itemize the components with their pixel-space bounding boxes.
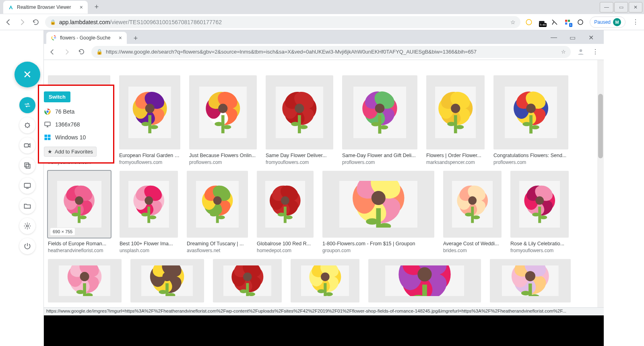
extension-icon-1[interactable]: [525, 19, 533, 26]
settings-button[interactable]: [19, 218, 35, 234]
image-result-card[interactable]: Dreaming Of Tuscany | ...avasflowers.net: [187, 171, 248, 253]
svg-point-209: [239, 290, 247, 294]
svg-rect-17: [45, 122, 50, 126]
image-result-card[interactable]: [291, 259, 359, 302]
image-result-card[interactable]: Flowers | Order Flower...marksandspencer…: [426, 75, 485, 165]
outer-tab[interactable]: Realtime Browser Viewer ×: [3, 1, 88, 14]
svg-point-100: [531, 125, 539, 129]
image-result-card[interactable]: Average Cost of Weddi...brides.com: [443, 171, 502, 253]
extension-icon-3[interactable]: [551, 19, 558, 26]
image-result-domain: fromyouflowers.com: [510, 248, 569, 253]
inner-maximize-button[interactable]: ▭: [564, 32, 581, 43]
power-button[interactable]: [19, 238, 35, 254]
svg-point-23: [580, 49, 582, 52]
window-close-button[interactable]: ✕: [629, 2, 642, 12]
project-button[interactable]: [19, 198, 35, 214]
image-thumbnail[interactable]: [510, 171, 569, 238]
image-result-card[interactable]: Best 100+ Flower Ima...unsplash.com: [120, 171, 178, 253]
forward-button[interactable]: [18, 18, 27, 27]
gallery-button[interactable]: [19, 157, 35, 174]
image-result-card[interactable]: 690 × 755Fields of Europe Roman...heathe…: [48, 171, 111, 253]
end-session-button[interactable]: ✕: [14, 62, 40, 87]
image-result-domain: brides.com: [443, 248, 502, 253]
svg-point-78: [380, 125, 388, 129]
devtools-console[interactable]: [44, 315, 604, 346]
svg-rect-10: [26, 164, 30, 168]
svg-point-42: [145, 104, 154, 113]
image-thumbnail[interactable]: 690 × 755: [48, 171, 111, 238]
image-thumbnail[interactable]: [490, 259, 571, 302]
image-thumbnail[interactable]: [130, 259, 204, 302]
inner-close-button[interactable]: ✕: [582, 32, 600, 43]
scrollbar-thumb[interactable]: [598, 94, 603, 158]
image-result-card[interactable]: [368, 259, 481, 302]
back-button[interactable]: [4, 18, 13, 27]
mark-bug-button[interactable]: [19, 117, 35, 133]
inner-kebab-menu[interactable]: ⋮: [591, 48, 600, 56]
inner-profile-icon[interactable]: [576, 48, 585, 56]
image-result-card[interactable]: [48, 259, 122, 302]
image-thumbnail[interactable]: [213, 259, 282, 302]
image-result-card[interactable]: [213, 259, 282, 302]
image-thumbnail[interactable]: [187, 171, 248, 238]
image-result-card[interactable]: Just Because Flowers Onlin...proflowers.…: [189, 75, 257, 165]
image-thumbnail[interactable]: [120, 171, 178, 238]
image-thumbnail[interactable]: [48, 259, 122, 302]
profile-paused-pill[interactable]: Paused M: [590, 17, 625, 28]
inner-reload-button[interactable]: [77, 48, 86, 56]
record-button[interactable]: [19, 137, 35, 153]
image-result-card[interactable]: [490, 259, 571, 302]
inner-new-tab-button[interactable]: +: [130, 33, 141, 44]
image-result-card[interactable]: 1-800-Flowers.com - From $15 | Groupongr…: [322, 171, 434, 253]
resolution-button[interactable]: [19, 178, 35, 194]
image-result-card[interactable]: Congratulations Flowers: Send...proflowe…: [493, 75, 568, 165]
star-icon[interactable]: ☆: [561, 49, 566, 55]
image-result-card[interactable]: [130, 259, 204, 302]
image-thumbnail[interactable]: [342, 75, 417, 149]
inner-tab[interactable]: flowers - Google-Suche ×: [46, 32, 127, 44]
inner-page-content[interactable]: You're In My Heart at Fr...fromyouflower…: [44, 60, 604, 346]
extension-icon-4[interactable]: 1: [564, 19, 571, 26]
add-to-favorites-button[interactable]: ★ Add to Favorites: [44, 147, 97, 157]
image-thumbnail[interactable]: [266, 75, 333, 149]
new-tab-button[interactable]: +: [91, 2, 102, 13]
status-url: https://www.google.de/imgres?imgurl=http…: [46, 309, 566, 313]
image-thumbnail[interactable]: [257, 171, 314, 238]
inner-back-button[interactable]: [48, 48, 57, 56]
image-result-card[interactable]: Same-Day Flower and Gift Deli...proflowe…: [342, 75, 417, 165]
image-result-card[interactable]: European Floral Garden a...fromyouflower…: [119, 75, 180, 165]
svg-rect-18: [45, 135, 47, 137]
inner-minimize-button[interactable]: —: [545, 32, 563, 43]
close-icon[interactable]: ×: [119, 35, 122, 41]
image-thumbnail[interactable]: [291, 259, 359, 302]
image-thumbnail[interactable]: [119, 75, 180, 149]
star-icon[interactable]: ☆: [510, 19, 516, 25]
image-thumbnail[interactable]: [493, 75, 568, 149]
outer-address-bar[interactable]: 🔒 app.lambdatest.com/viewer/TES100963100…: [45, 16, 520, 28]
svg-point-89: [456, 125, 464, 129]
inner-forward-button[interactable]: [62, 48, 71, 56]
image-thumbnail[interactable]: [443, 171, 502, 238]
image-thumbnail[interactable]: [426, 75, 485, 149]
svg-point-141: [281, 196, 289, 205]
image-result-card[interactable]: Globalrose 100 Red R...homedepot.com: [257, 171, 314, 253]
inner-address-bar[interactable]: 🔒 https://www.google.de/search?q=flowers…: [91, 46, 571, 58]
image-thumbnail[interactable]: [368, 259, 481, 302]
scrollbar-track[interactable]: [597, 60, 604, 346]
extension-icon-2[interactable]: 5:46: [538, 19, 545, 26]
outer-toolbar: 🔒 app.lambdatest.com/viewer/TES100963100…: [0, 14, 644, 30]
image-result-card[interactable]: Rose & Lily Celebratio...fromyouflowers.…: [510, 171, 569, 253]
kebab-menu[interactable]: ⋮: [631, 18, 640, 27]
switch-button[interactable]: Switch: [44, 91, 70, 102]
maximize-button[interactable]: ▭: [614, 2, 628, 12]
svg-rect-5: [565, 22, 567, 24]
image-result-card[interactable]: Same Day Flower Deliver...fromyouflowers…: [266, 75, 333, 165]
switch-config-button[interactable]: [19, 97, 35, 113]
image-thumbnail[interactable]: [189, 75, 257, 149]
close-icon[interactable]: ×: [80, 4, 83, 10]
extension-icon-5[interactable]: [577, 19, 584, 26]
avatar: M: [613, 18, 621, 26]
minimize-button[interactable]: —: [600, 2, 613, 12]
reload-button[interactable]: [31, 18, 40, 27]
image-thumbnail[interactable]: [322, 171, 434, 238]
